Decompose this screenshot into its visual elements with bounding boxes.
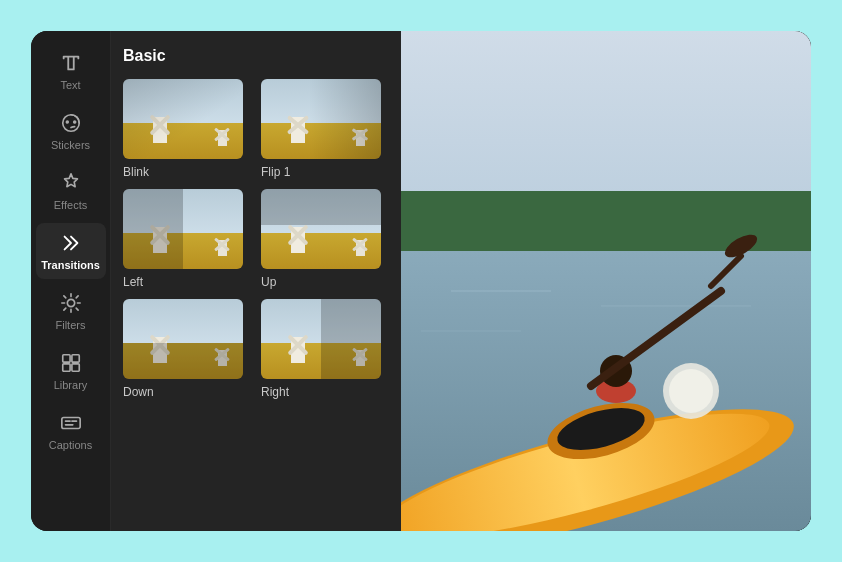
svg-rect-5 (71, 364, 78, 371)
panel-title: Basic (123, 47, 389, 65)
sidebar-item-stickers[interactable]: Stickers (36, 103, 106, 159)
svg-point-18 (669, 369, 713, 413)
transition-item-flip1[interactable]: Flip 1 (261, 79, 389, 179)
transition-thumb-left (123, 189, 243, 269)
stickers-icon (59, 111, 83, 135)
transition-thumb-blink (123, 79, 243, 159)
filters-icon (59, 291, 83, 315)
svg-rect-6 (61, 418, 79, 429)
sidebar-item-filters[interactable]: Filters (36, 283, 106, 339)
transition-label-blink: Blink (123, 165, 251, 179)
captions-icon (59, 411, 83, 435)
transition-item-blink[interactable]: Blink (123, 79, 251, 179)
sidebar-item-filters-label: Filters (56, 319, 86, 331)
transition-label-down: Down (123, 385, 251, 399)
transition-item-up[interactable]: Up (261, 189, 389, 289)
sidebar-item-transitions[interactable]: Transitions (36, 223, 106, 279)
transition-thumb-flip1 (261, 79, 381, 159)
svg-rect-3 (71, 355, 78, 362)
sidebar: Text Stickers Effects Transitions (31, 31, 111, 531)
sidebar-item-library-label: Library (54, 379, 88, 391)
transitions-icon (59, 231, 83, 255)
transitions-grid: Blink Flip 1 (123, 79, 389, 399)
transition-thumb-down (123, 299, 243, 379)
sidebar-item-transitions-label: Transitions (41, 259, 100, 271)
sidebar-item-effects-label: Effects (54, 199, 87, 211)
sidebar-item-text[interactable]: Text (36, 43, 106, 99)
transition-label-flip1: Flip 1 (261, 165, 389, 179)
transition-item-left[interactable]: Left (123, 189, 251, 289)
transition-label-up: Up (261, 275, 389, 289)
svg-rect-4 (62, 364, 69, 371)
app-container: Text Stickers Effects Transitions (31, 31, 811, 531)
transition-label-right: Right (261, 385, 389, 399)
transitions-panel: Basic Blink (111, 31, 401, 531)
sidebar-item-stickers-label: Stickers (51, 139, 90, 151)
sidebar-item-text-label: Text (60, 79, 80, 91)
sidebar-item-captions[interactable]: Captions (36, 403, 106, 459)
transition-label-left: Left (123, 275, 251, 289)
sidebar-item-captions-label: Captions (49, 439, 92, 451)
svg-point-1 (67, 299, 74, 306)
preview-area (401, 31, 811, 531)
svg-rect-2 (62, 355, 69, 362)
effects-icon (59, 171, 83, 195)
sidebar-item-effects[interactable]: Effects (36, 163, 106, 219)
preview-image (401, 31, 811, 531)
transition-item-down[interactable]: Down (123, 299, 251, 399)
text-icon (59, 51, 83, 75)
transition-item-right[interactable]: Right (261, 299, 389, 399)
transition-thumb-up (261, 189, 381, 269)
transition-thumb-right (261, 299, 381, 379)
sidebar-item-library[interactable]: Library (36, 343, 106, 399)
library-icon (59, 351, 83, 375)
